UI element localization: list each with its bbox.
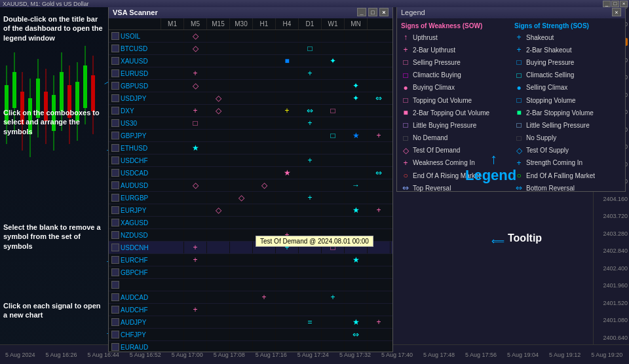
signal-cell[interactable] bbox=[276, 279, 299, 291]
signal-cell[interactable] bbox=[345, 43, 368, 54]
signal-cell[interactable] bbox=[207, 242, 230, 253]
signal-cell[interactable] bbox=[184, 316, 207, 328]
signal-cell[interactable] bbox=[161, 329, 184, 340]
signal-cell[interactable] bbox=[230, 92, 253, 104]
signal-cell[interactable] bbox=[184, 130, 207, 141]
signal-cell[interactable] bbox=[368, 43, 391, 54]
signal-cell[interactable] bbox=[299, 167, 322, 179]
signal-cell[interactable] bbox=[161, 167, 184, 179]
signal-cell[interactable] bbox=[161, 67, 184, 79]
signal-cell[interactable] bbox=[230, 217, 253, 228]
signal-cell[interactable]: ★ bbox=[276, 167, 299, 179]
signal-cell[interactable]: ◇ bbox=[207, 92, 230, 104]
signal-cell[interactable] bbox=[230, 142, 253, 154]
signal-cell[interactable] bbox=[207, 67, 230, 79]
signal-cell[interactable] bbox=[345, 155, 368, 166]
signal-cell[interactable] bbox=[230, 341, 253, 352]
signal-cell[interactable] bbox=[276, 155, 299, 166]
signal-cell[interactable] bbox=[230, 279, 253, 291]
signal-cell[interactable] bbox=[207, 192, 230, 204]
signal-cell[interactable]: + bbox=[322, 291, 345, 303]
signal-cell[interactable] bbox=[299, 341, 322, 352]
signal-cell[interactable] bbox=[276, 179, 299, 191]
signal-cell[interactable]: □ bbox=[322, 130, 345, 141]
signal-cell[interactable] bbox=[322, 142, 345, 154]
signal-cell[interactable] bbox=[276, 67, 299, 79]
signal-cell[interactable] bbox=[161, 242, 184, 253]
signal-cell[interactable] bbox=[207, 217, 230, 228]
signal-cell[interactable] bbox=[207, 43, 230, 54]
signal-cell[interactable] bbox=[276, 117, 299, 129]
signal-cell[interactable] bbox=[345, 192, 368, 204]
window-titlebar[interactable]: XAUUSD, M1: Gold vs US Dollar _ □ × bbox=[0, 0, 629, 7]
signal-cell[interactable] bbox=[253, 67, 276, 79]
vsa-close-button[interactable]: × bbox=[379, 8, 389, 16]
signal-cell[interactable] bbox=[299, 266, 322, 278]
signal-cell[interactable]: ◇ bbox=[184, 80, 207, 92]
signal-cell[interactable] bbox=[322, 92, 345, 104]
signal-cell[interactable] bbox=[345, 105, 368, 117]
signal-cell[interactable] bbox=[253, 316, 276, 328]
signal-cell[interactable] bbox=[184, 291, 207, 303]
signal-cell[interactable] bbox=[299, 179, 322, 191]
signal-cell[interactable]: ◇ bbox=[207, 105, 230, 117]
signal-cell[interactable] bbox=[322, 279, 345, 291]
signal-cell[interactable] bbox=[322, 167, 345, 179]
signal-cell[interactable] bbox=[345, 217, 368, 228]
signal-cell[interactable] bbox=[207, 291, 230, 303]
signal-cell[interactable] bbox=[184, 266, 207, 278]
signal-cell[interactable] bbox=[322, 30, 345, 42]
signal-cell[interactable] bbox=[230, 130, 253, 141]
signal-cell[interactable] bbox=[230, 30, 253, 42]
signal-cell[interactable] bbox=[368, 117, 391, 129]
signal-cell[interactable]: + bbox=[253, 291, 276, 303]
signal-cell[interactable] bbox=[276, 341, 299, 352]
signal-cell[interactable]: = bbox=[299, 316, 322, 328]
signal-cell[interactable]: + bbox=[299, 117, 322, 129]
signal-cell[interactable]: ■ bbox=[276, 55, 299, 67]
signal-cell[interactable] bbox=[368, 341, 391, 352]
signal-cell[interactable] bbox=[322, 304, 345, 316]
signal-cell[interactable] bbox=[345, 167, 368, 179]
signal-cell[interactable] bbox=[276, 204, 299, 216]
signal-cell[interactable] bbox=[253, 204, 276, 216]
signal-cell[interactable] bbox=[230, 55, 253, 67]
signal-cell[interactable] bbox=[253, 329, 276, 340]
signal-cell[interactable] bbox=[184, 341, 207, 352]
signal-cell[interactable]: ★ bbox=[345, 254, 368, 266]
signal-cell[interactable] bbox=[276, 142, 299, 154]
signal-cell[interactable] bbox=[253, 155, 276, 166]
signal-cell[interactable] bbox=[184, 217, 207, 228]
signal-cell[interactable]: ◇ bbox=[207, 204, 230, 216]
signal-cell[interactable]: ◇ bbox=[230, 192, 253, 204]
signal-cell[interactable] bbox=[184, 279, 207, 291]
signal-cell[interactable] bbox=[299, 142, 322, 154]
signal-cell[interactable] bbox=[368, 254, 391, 266]
signal-cell[interactable] bbox=[230, 266, 253, 278]
signal-cell[interactable]: ✦ bbox=[322, 55, 345, 67]
signal-cell[interactable] bbox=[368, 67, 391, 79]
signal-cell[interactable] bbox=[161, 30, 184, 42]
signal-cell[interactable] bbox=[207, 316, 230, 328]
signal-cell[interactable] bbox=[207, 304, 230, 316]
signal-cell[interactable] bbox=[161, 92, 184, 104]
signal-cell[interactable] bbox=[253, 304, 276, 316]
signal-cell[interactable] bbox=[345, 279, 368, 291]
signal-cell[interactable] bbox=[207, 341, 230, 352]
signal-cell[interactable] bbox=[184, 329, 207, 340]
signal-cell[interactable] bbox=[345, 304, 368, 316]
signal-cell[interactable] bbox=[322, 329, 345, 340]
signal-cell[interactable] bbox=[161, 204, 184, 216]
signal-cell[interactable] bbox=[253, 43, 276, 54]
signal-cell[interactable] bbox=[299, 217, 322, 228]
signal-cell[interactable] bbox=[345, 30, 368, 42]
signal-cell[interactable] bbox=[322, 67, 345, 79]
signal-cell[interactable] bbox=[253, 254, 276, 266]
window-maximize-button[interactable]: □ bbox=[611, 1, 619, 7]
signal-cell[interactable]: ★ bbox=[345, 130, 368, 141]
signal-cell[interactable]: □ bbox=[299, 43, 322, 54]
signal-cell[interactable] bbox=[345, 266, 368, 278]
signal-cell[interactable] bbox=[322, 217, 345, 228]
signal-cell[interactable] bbox=[253, 266, 276, 278]
signal-cell[interactable] bbox=[161, 279, 184, 291]
